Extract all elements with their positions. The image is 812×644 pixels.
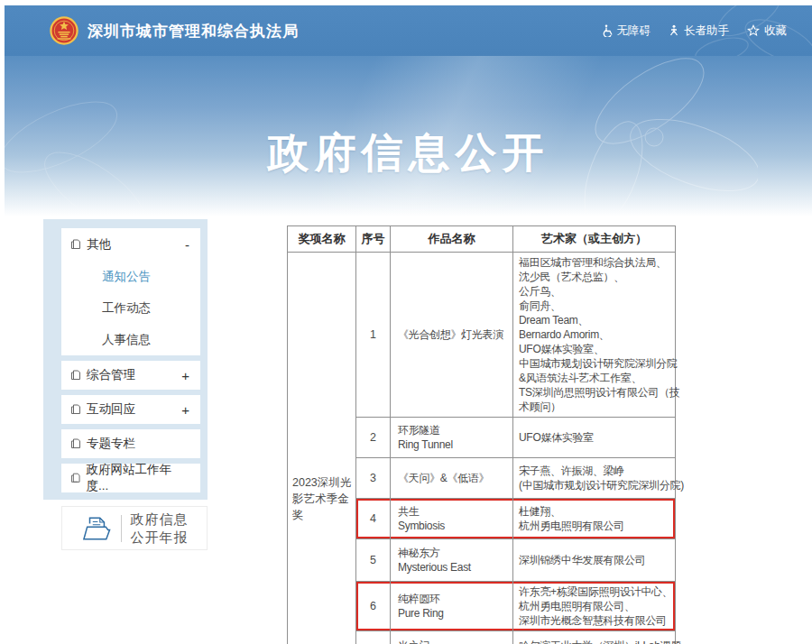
sidebar-item-work-dynamics[interactable]: 工作动态 (61, 292, 200, 324)
document-icon (70, 438, 81, 449)
sidebar-group-other: 其他 - 通知公告 工作动态 人事信息 (61, 228, 200, 355)
seq-cell: 5 (356, 539, 391, 582)
seq-cell: 1 (356, 253, 391, 418)
artist-cell: UFO媒体实验室 (513, 418, 676, 458)
artist-line: 公斤鸟、 (519, 284, 675, 299)
artist-line: Dream Team、 (519, 313, 675, 327)
work-name-line: Pure Ring (398, 606, 511, 621)
artist-cell: 哈尔滨工业大学（深圳）iLLab课题组&复斯团队 (513, 631, 676, 644)
document-icon (70, 370, 81, 381)
artist-line: 深圳锦绣中华发展有限公司 (519, 553, 675, 567)
elder-assistant-label: 长者助手 (684, 23, 729, 39)
work-name-line: Mysterious East (398, 560, 511, 575)
work-name-line: Symbiosis (398, 519, 511, 533)
artist-line: Bernardo Amorim、 (519, 327, 675, 342)
work-name-cell: 《天问》&《低语》 (391, 458, 513, 499)
star-icon (747, 24, 760, 37)
banner-flower-decoration-left (5, 83, 212, 216)
column-header-seq: 序号 (356, 226, 391, 253)
sidebar-item-label: 专题专栏 (87, 436, 135, 452)
person-icon (669, 24, 679, 37)
artist-cell: 深圳锦绣中华发展有限公司 (513, 539, 676, 582)
work-name-cell: 环形隧道Ring Tunnel (391, 418, 513, 458)
sidebar-item-interactive-response[interactable]: 互动回应 + (61, 395, 200, 424)
sidebar-item-special-columns[interactable]: 专题专栏 (61, 429, 200, 458)
artist-line: (中国城市规划设计研究院深圳分院) (519, 478, 675, 492)
annual-report-label: 政府信息 公开年报 (131, 511, 189, 547)
sidebar-item-label: 互动回应 (87, 401, 135, 418)
sidebar: 其他 - 通知公告 工作动态 人事信息 综合管理 + (43, 219, 208, 500)
work-name-cell: 共生Symbiosis (391, 499, 513, 539)
artist-line: 许东亮+栋梁国际照明设计中心、 (519, 584, 675, 599)
artist-line: 福田区城市管理和综合执法局、 (519, 255, 675, 270)
sidebar-item-label: 其他 (87, 236, 111, 253)
favorite-label: 收藏 (764, 23, 787, 39)
work-name-cell: 神秘东方Mysterious East (391, 539, 513, 582)
seq-cell: 2 (356, 418, 391, 458)
sidebar-item-other[interactable]: 其他 - (61, 228, 200, 261)
sidebar-item-personnel-info[interactable]: 人事信息 (61, 324, 200, 355)
site-title: 深圳市城市管理和综合执法局 (88, 21, 299, 41)
elder-assistant-link[interactable]: 长者助手 (669, 23, 729, 39)
awards-table-body: 2023深圳光影艺术季金奖1《光合创想》灯光表演福田区城市管理和综合执法局、沈少… (288, 253, 676, 644)
wheelchair-icon (601, 24, 613, 37)
sidebar-item-comprehensive-management[interactable]: 综合管理 + (61, 361, 200, 390)
awards-table: 奖项名称 序号 作品名称 艺术家（或主创方） 2023深圳光影艺术季金奖1《光合… (287, 225, 676, 644)
page-title: 政府信息公开 (5, 125, 812, 181)
column-header-award-name: 奖项名称 (288, 226, 356, 253)
work-name-line: 纯粹圆环 (398, 592, 511, 606)
work-name-line: 《天问》&《低语》 (398, 471, 511, 485)
artist-cell: 宋子燕、许振湖、梁峥(中国城市规划设计研究院深圳分院) (513, 458, 676, 499)
artist-line: UFO媒体实验室、 (519, 342, 675, 356)
work-name-cell: 光之门Door of Light (391, 631, 513, 644)
artist-line: 沈少民（艺术总监）、 (519, 270, 675, 284)
artist-line: 宋子燕、许振湖、梁峥 (519, 464, 675, 478)
work-name-line: 神秘东方 (398, 546, 511, 560)
column-header-artist: 艺术家（或主创方） (513, 226, 676, 253)
seq-cell: 4 (356, 499, 391, 539)
table-row: 2023深圳光影艺术季金奖1《光合创想》灯光表演福田区城市管理和综合执法局、沈少… (288, 253, 676, 418)
annual-report-card[interactable]: 政府信息 公开年报 (61, 506, 208, 550)
artist-line: TS深圳尚思照明设计有限公司（技 (519, 385, 675, 400)
artist-cell: 福田区城市管理和综合执法局、沈少民（艺术总监）、公斤鸟、俞同舟、Dream Te… (513, 253, 676, 418)
artist-line: 中国城市规划设计研究院深圳分院 (519, 356, 675, 371)
accessibility-link[interactable]: 无障碍 (601, 23, 651, 39)
artist-line: 俞同舟、 (519, 299, 675, 313)
work-name-line: 光之门 (398, 639, 511, 644)
work-name-cell: 《光合创想》灯光表演 (391, 253, 513, 418)
seq-cell: 3 (356, 458, 391, 499)
seq-cell: 6 (356, 582, 391, 631)
expand-icon[interactable]: + (181, 369, 189, 382)
header-links: 无障碍 长者助手 收藏 (601, 23, 788, 39)
sidebar-item-website-annual-report[interactable]: 政府网站工作年度... (61, 464, 200, 492)
work-name-cell: 纯粹圆环Pure Ring (391, 582, 513, 631)
sidebar-group-special-columns: 专题专栏 (61, 429, 200, 458)
sidebar-item-notice-announcement[interactable]: 通知公告 (61, 261, 200, 292)
divider (121, 515, 122, 542)
artist-line: 杜健翔、 (519, 504, 675, 519)
page: 深圳市城市管理和综合执法局 无障碍 长者助手 (0, 0, 812, 644)
artist-line: 哈尔滨工业大学（深圳）iLLab课题 (519, 639, 675, 644)
artist-line: 深圳市光概念智慧科技有限公司 (519, 613, 675, 628)
favorite-link[interactable]: 收藏 (747, 23, 787, 39)
work-name-line: 环形隧道 (398, 423, 511, 437)
award-name-cell: 2023深圳光影艺术季金奖 (288, 253, 356, 644)
national-emblem-logo (50, 16, 78, 45)
seq-cell: 7 (356, 631, 391, 644)
artist-line: 术顾问） (519, 400, 675, 414)
banner: 政府信息公开 (5, 56, 812, 216)
expand-icon[interactable]: + (181, 403, 189, 417)
work-name-line: 《光合创想》灯光表演 (398, 327, 511, 342)
document-icon (70, 473, 81, 483)
banner-flower-decoration (487, 56, 758, 216)
sidebar-group-website-annual: 政府网站工作年度... (61, 464, 200, 492)
artist-line: 杭州勇电照明有限公司、 (519, 599, 675, 613)
artist-line: UFO媒体实验室 (519, 430, 675, 445)
document-icon (70, 404, 81, 415)
collapse-icon[interactable]: - (185, 238, 189, 252)
artist-cell: 杜健翔、杭州勇电照明有限公司 (513, 499, 676, 539)
accessibility-label: 无障碍 (617, 23, 651, 39)
artist-line: &风语筑法斗艺术工作室、 (519, 371, 675, 385)
sidebar-group-interactive-response: 互动回应 + (61, 395, 200, 424)
work-name-line: 共生 (398, 504, 511, 519)
